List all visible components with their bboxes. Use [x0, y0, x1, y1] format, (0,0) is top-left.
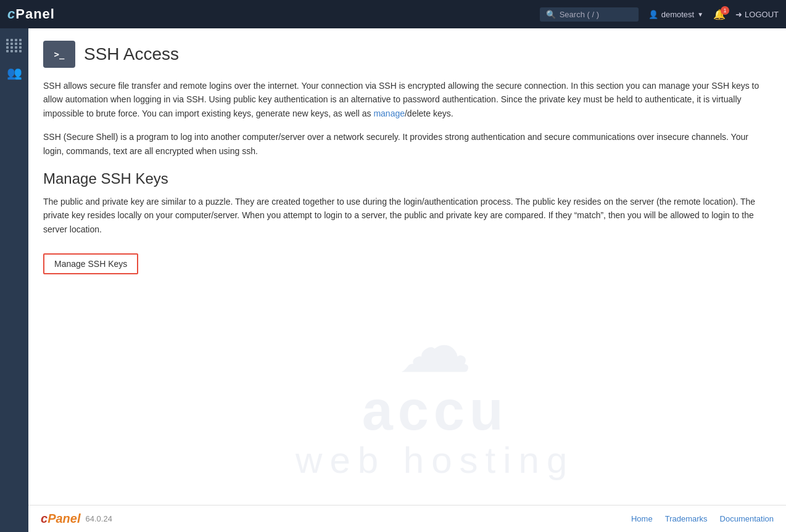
- section-heading: Manage SSH Keys: [43, 170, 771, 187]
- brand-logo: cPanel: [7, 6, 55, 22]
- search-placeholder: Search ( / ): [560, 10, 599, 19]
- footer-link-trademarks[interactable]: Trademarks: [665, 514, 708, 523]
- chevron-down-icon: ▼: [697, 11, 703, 18]
- manage-link[interactable]: manage: [373, 108, 405, 118]
- sidebar: 👥: [0, 28, 28, 532]
- description-paragraph-2: SSH (Secure Shell) is a program to log i…: [43, 130, 771, 158]
- logout-icon: ➜: [735, 10, 742, 19]
- description-paragraph-1: SSH allows secure file transfer and remo…: [43, 79, 771, 120]
- sidebar-item-users[interactable]: 👥: [2, 60, 27, 85]
- navbar: cPanel 🔍 Search ( / ) 👤 demotest ▼ 🔔 1 ➜…: [0, 0, 786, 28]
- ssh-icon: >_: [43, 41, 75, 68]
- description-text-1-end: /delete keys.: [405, 108, 453, 118]
- search-icon: 🔍: [546, 10, 556, 19]
- footer-brand: cPanel: [41, 512, 80, 526]
- notification-badge: 1: [721, 6, 729, 15]
- footer: cPanel 64.0.24 Home Trademarks Documenta…: [28, 505, 786, 532]
- notifications-bell[interactable]: 🔔 1: [713, 9, 726, 20]
- footer-version: 64.0.24: [85, 514, 112, 523]
- section-description: The public and private key are similar t…: [43, 195, 771, 236]
- user-icon: 👤: [648, 10, 658, 19]
- users-icon: 👥: [7, 65, 22, 80]
- page-title-row: >_ SSH Access: [43, 41, 771, 68]
- footer-links: Home Trademarks Documentation: [631, 514, 774, 523]
- logout-button[interactable]: ➜ LOGOUT: [735, 10, 779, 19]
- sidebar-item-home[interactable]: [2, 33, 27, 58]
- search-bar[interactable]: 🔍 Search ( / ): [540, 7, 639, 22]
- manage-ssh-keys-button[interactable]: Manage SSH Keys: [43, 253, 138, 274]
- user-menu[interactable]: 👤 demotest ▼: [648, 10, 703, 19]
- footer-link-home[interactable]: Home: [631, 514, 653, 523]
- watermark: ☁ accu web hosting: [296, 309, 574, 483]
- main-content: ☁ accu web hosting >_ SSH Access SSH all…: [28, 28, 786, 532]
- grid-icon: [6, 39, 22, 52]
- username: demotest: [661, 10, 694, 19]
- page-title: SSH Access: [84, 44, 179, 64]
- logout-label: LOGOUT: [745, 10, 779, 19]
- footer-link-documentation[interactable]: Documentation: [720, 514, 774, 523]
